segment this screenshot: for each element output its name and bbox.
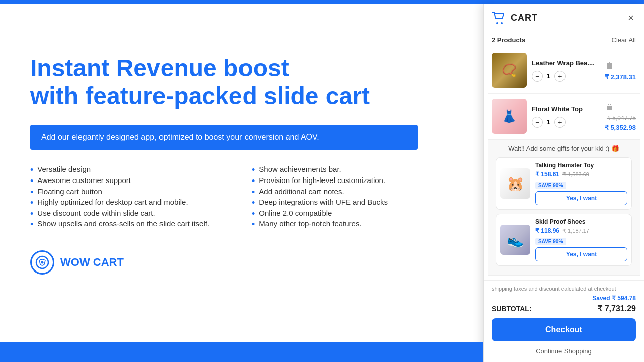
clear-all-button[interactable]: Clear All <box>612 36 636 44</box>
subtitle-banner: Add our elegantly designed app, optimize… <box>30 125 418 150</box>
cart-footer: shipping taxes and discount calculated a… <box>484 280 644 362</box>
features-right-col: •Show achievements bar.•Provision for hi… <box>252 165 453 230</box>
feature-bullet: • <box>30 187 33 198</box>
subtotal-value: ₹ 7,731.29 <box>597 304 636 313</box>
feature-item: •Awesome customer support <box>30 176 231 187</box>
feature-bullet: • <box>30 209 33 220</box>
feature-text: Versatile design <box>37 165 91 173</box>
cart-item-2-price-col: 🗑 ₹ 5,947.75 ₹ 5,352.98 <box>605 102 636 131</box>
gift-item-1-image: 🐹 <box>500 168 530 199</box>
gift-item-2-price-row: ₹ 118.96 ₹ 1,187.17 <box>535 227 627 234</box>
cart-item-2-details: Floral White Top − 1 + <box>532 105 600 128</box>
gift-item-2-details: Skid Proof Shoes ₹ 118.96 ₹ 1,187.17 SAV… <box>535 218 627 261</box>
continue-shopping-button[interactable]: Continue Shopping <box>492 345 636 357</box>
shipping-note: shipping taxes and discount calculated a… <box>492 286 636 292</box>
cart-item-2-qty-value: 1 <box>547 118 550 126</box>
main-layout: Instant Revenue boost with feature-packe… <box>0 4 644 362</box>
gift-item-1-details: Talking Hamster Toy ₹ 158.61 ₹ 1,583.69 … <box>535 162 627 205</box>
subtotal-label: SUBTOTAL: <box>492 305 532 313</box>
feature-item: •Many other top-notch features. <box>252 219 453 230</box>
gift-item-2: 👟 Skid Proof Shoes ₹ 118.96 ₹ 1,187.17 S… <box>496 214 632 266</box>
svg-point-1 <box>41 261 44 263</box>
cart-item-2-delete[interactable]: 🗑 <box>605 102 615 113</box>
bottom-blue-bar <box>0 342 483 362</box>
feature-bullet: • <box>252 198 255 209</box>
cart-header-left: CART <box>492 12 538 25</box>
cart-item-1-name: Leather Wrap Bea.... <box>532 59 600 67</box>
feature-item: •Show achievements bar. <box>252 165 453 176</box>
gift-item-1-name: Talking Hamster Toy <box>535 162 627 169</box>
cart-item-1-increase[interactable]: + <box>554 71 566 82</box>
cart-icon <box>492 12 506 25</box>
cart-close-button[interactable]: × <box>626 10 636 26</box>
feature-bullet: • <box>252 209 255 220</box>
gift-section: Wait!! Add some gifts for your kid :) 🎁 … <box>488 139 640 276</box>
feature-text: Many other top-notch features. <box>259 219 361 228</box>
top-bar <box>0 0 644 4</box>
left-content: Instant Revenue boost with feature-packe… <box>0 4 483 362</box>
feature-item: •Show upsells and cross-sells on the sli… <box>30 219 231 230</box>
cart-item-2-name: Floral White Top <box>532 105 600 113</box>
cart-item-2: 👗 Floral White Top − 1 + 🗑 ₹ 5,947.75 ₹ … <box>488 94 640 139</box>
gift-item-1: 🐹 Talking Hamster Toy ₹ 158.61 ₹ 1,583.6… <box>496 157 632 210</box>
cart-items-scroll[interactable]: 📿 Leather Wrap Bea.... − 1 + 🗑 ₹ 2,378.3… <box>484 48 644 280</box>
features-grid: •Versatile design•Awesome customer suppo… <box>30 165 453 230</box>
gift-item-2-original-price: ₹ 1,187.17 <box>562 228 589 234</box>
main-heading: Instant Revenue boost with feature-packe… <box>30 54 453 110</box>
gift-item-2-name: Skid Proof Shoes <box>535 218 627 225</box>
feature-text: Awesome customer support <box>37 176 131 185</box>
gift-item-1-price-row: ₹ 158.61 ₹ 1,583.69 <box>535 171 627 178</box>
feature-item: •Versatile design <box>30 165 231 176</box>
cart-item-1-details: Leather Wrap Bea.... − 1 + <box>532 59 600 82</box>
svg-point-3 <box>501 22 503 24</box>
brand-name: WOW CART <box>60 256 124 269</box>
cart-item-2-image: 👗 <box>492 99 527 134</box>
gift-item-2-want-button[interactable]: Yes, I want <box>535 247 627 261</box>
cart-item-1-image: 📿 <box>492 53 527 88</box>
cart-item-1: 📿 Leather Wrap Bea.... − 1 + 🗑 ₹ 2,378.3… <box>488 48 640 94</box>
svg-point-2 <box>496 22 498 24</box>
gift-item-1-want-button[interactable]: Yes, I want <box>535 191 627 205</box>
cart-item-2-decrease[interactable]: − <box>532 117 543 128</box>
gift-section-title: Wait!! Add some gifts for your kid :) 🎁 <box>496 145 632 152</box>
cart-header: CART × <box>484 4 644 32</box>
feature-text: Deep integrations with UFE and Bucks <box>259 198 388 206</box>
feature-bullet: • <box>30 176 33 187</box>
feature-bullet: • <box>30 198 33 209</box>
brand-icon <box>30 250 54 275</box>
cart-item-1-delete[interactable]: 🗑 <box>605 60 615 71</box>
gift-item-1-original-price: ₹ 1,583.69 <box>562 171 589 178</box>
feature-bullet: • <box>252 165 255 176</box>
cart-item-2-price: ₹ 5,352.98 <box>605 124 636 131</box>
feature-text: Show upsells and cross-sells on the slid… <box>37 219 209 228</box>
cart-item-1-decrease[interactable]: − <box>532 71 543 82</box>
feature-text: Add additional cart notes. <box>259 187 344 196</box>
checkout-button[interactable]: Checkout <box>492 318 636 341</box>
feature-item: •Provision for high-level customization. <box>252 176 453 187</box>
cart-item-1-price: ₹ 2,378.31 <box>605 73 636 81</box>
feature-text: Show achievements bar. <box>259 165 341 173</box>
feature-item: •Deep integrations with UFE and Bucks <box>252 198 453 209</box>
feature-text: Floating cart button <box>37 187 102 196</box>
feature-text: Highly optimized for desktop cart and mo… <box>37 198 188 206</box>
floral-top-img: 👗 <box>492 99 527 134</box>
feature-bullet: • <box>30 219 33 230</box>
cart-item-1-qty-value: 1 <box>547 72 550 80</box>
feature-text: Provision for high-level customization. <box>259 176 385 185</box>
shoes-img: 👟 <box>500 225 530 255</box>
feature-item: •Add additional cart notes. <box>252 187 453 198</box>
cart-item-1-price-col: 🗑 ₹ 2,378.31 <box>605 60 636 81</box>
feature-item: •Floating cart button <box>30 187 231 198</box>
cart-item-1-qty: − 1 + <box>532 71 600 82</box>
feature-bullet: • <box>252 176 255 187</box>
saved-amount: Saved ₹ 594.78 <box>492 295 636 302</box>
feature-bullet: • <box>30 165 33 176</box>
feature-item: •Use discount code within slide cart. <box>30 209 231 220</box>
feature-text: Use discount code within slide cart. <box>37 209 155 217</box>
feature-item: •Highly optimized for desktop cart and m… <box>30 198 231 209</box>
gift-item-2-price: ₹ 118.96 <box>535 227 559 234</box>
gift-item-1-price: ₹ 158.61 <box>535 171 559 178</box>
feature-bullet: • <box>252 187 255 198</box>
cart-item-2-increase[interactable]: + <box>554 117 566 128</box>
cart-item-2-original-price: ₹ 5,947.75 <box>607 115 636 122</box>
